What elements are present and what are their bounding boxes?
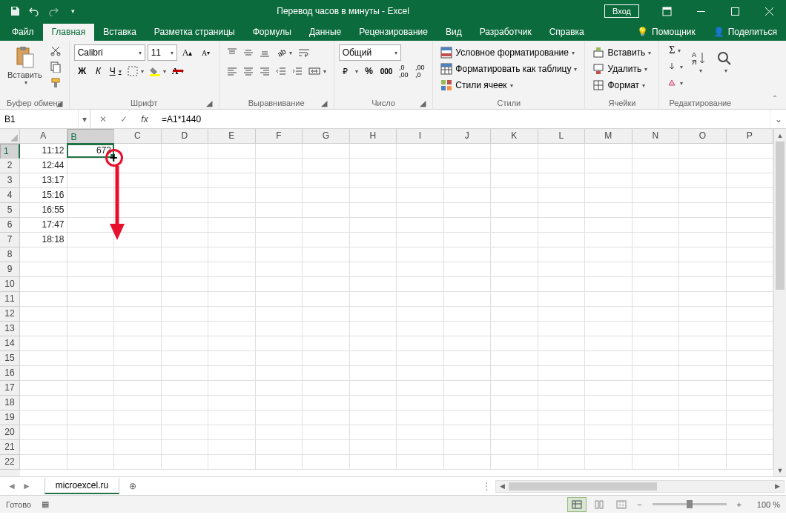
column-header[interactable]: P	[727, 129, 774, 144]
cell[interactable]	[444, 203, 492, 218]
cell[interactable]	[20, 440, 67, 455]
cell[interactable]	[256, 173, 303, 188]
enter-formula-icon[interactable]: ✓	[114, 111, 133, 127]
cell[interactable]	[303, 262, 350, 277]
increase-font-icon[interactable]: A▴	[179, 44, 196, 61]
column-header[interactable]: H	[350, 129, 397, 144]
cell[interactable]	[491, 381, 538, 396]
cell[interactable]	[303, 425, 350, 440]
row-header[interactable]: 22	[0, 455, 20, 470]
column-header[interactable]: E	[208, 129, 256, 144]
cell[interactable]	[633, 425, 680, 440]
cell[interactable]	[444, 336, 492, 351]
cell[interactable]	[727, 440, 774, 455]
cell[interactable]	[256, 396, 303, 410]
cell[interactable]	[256, 440, 303, 455]
cell[interactable]	[162, 144, 209, 159]
cell[interactable]	[67, 381, 115, 396]
cell[interactable]	[256, 218, 303, 233]
row-header[interactable]: 17	[0, 381, 20, 396]
row-header[interactable]: 7	[0, 233, 20, 247]
cell[interactable]	[256, 322, 303, 336]
cell[interactable]	[162, 173, 209, 188]
cell[interactable]	[350, 203, 397, 218]
cell[interactable]	[633, 233, 680, 247]
underline-button[interactable]: Ч▾	[107, 63, 125, 79]
page-layout-view-icon[interactable]	[590, 497, 609, 512]
cell[interactable]	[397, 233, 444, 247]
cell[interactable]	[303, 336, 350, 351]
cell[interactable]	[444, 233, 492, 247]
cell[interactable]	[20, 351, 67, 366]
cell[interactable]	[585, 218, 633, 233]
cell[interactable]	[397, 159, 444, 173]
cell[interactable]	[114, 262, 162, 277]
column-header[interactable]: O	[679, 129, 727, 144]
cell[interactable]	[162, 188, 209, 203]
row-header[interactable]: 4	[0, 188, 20, 203]
bold-button[interactable]: Ж	[74, 63, 90, 79]
cell[interactable]	[538, 455, 586, 470]
borders-button[interactable]: ▾	[125, 63, 147, 79]
cell[interactable]	[538, 173, 586, 188]
cell[interactable]	[491, 366, 538, 381]
cell[interactable]	[585, 410, 633, 425]
cell[interactable]	[727, 366, 774, 381]
column-header[interactable]: N	[633, 129, 680, 144]
cell[interactable]	[679, 396, 727, 410]
cell[interactable]	[397, 292, 444, 307]
cell[interactable]	[679, 233, 727, 247]
cell[interactable]	[633, 247, 680, 262]
row-header[interactable]: 1	[0, 144, 20, 159]
zoom-level[interactable]: 100 %	[747, 500, 780, 509]
format-cells-button[interactable]: Формат▾	[590, 77, 648, 93]
minimize-button[interactable]	[684, 0, 718, 22]
save-icon[interactable]	[6, 2, 24, 20]
comma-format-icon[interactable]: 000	[377, 63, 396, 79]
percent-format-icon[interactable]: %	[361, 63, 377, 79]
cell[interactable]	[491, 203, 538, 218]
cell[interactable]	[491, 188, 538, 203]
cell[interactable]	[303, 440, 350, 455]
row-header[interactable]: 3	[0, 173, 20, 188]
cell[interactable]	[208, 322, 256, 336]
cell[interactable]	[114, 277, 162, 292]
cell[interactable]: 17:47	[20, 218, 67, 233]
sort-filter-button[interactable]: АЯ ▾	[687, 42, 711, 74]
cell[interactable]	[397, 336, 444, 351]
cell[interactable]	[208, 233, 256, 247]
split-handle-icon[interactable]: ⋮	[482, 481, 491, 491]
cell[interactable]	[256, 307, 303, 322]
cell[interactable]	[350, 440, 397, 455]
cell[interactable]	[585, 247, 633, 262]
cell[interactable]	[397, 173, 444, 188]
cell[interactable]	[162, 351, 209, 366]
expand-formula-bar-icon[interactable]: ⌄	[770, 110, 786, 128]
sign-in-button[interactable]: Вход	[604, 4, 639, 18]
row-header[interactable]: 14	[0, 336, 20, 351]
cell[interactable]	[444, 218, 492, 233]
cell[interactable]	[727, 381, 774, 396]
cell[interactable]	[444, 292, 492, 307]
cell[interactable]	[633, 188, 680, 203]
cell[interactable]	[397, 425, 444, 440]
cancel-formula-icon[interactable]: ✕	[93, 111, 113, 127]
redo-icon[interactable]	[44, 2, 62, 20]
tell-me-button[interactable]: 💡Помощник	[628, 24, 704, 41]
cell[interactable]	[679, 336, 727, 351]
cell[interactable]	[727, 322, 774, 336]
tab-insert[interactable]: Вставка	[94, 24, 145, 41]
cell[interactable]	[538, 381, 586, 396]
cell[interactable]	[397, 455, 444, 470]
cell[interactable]	[256, 292, 303, 307]
accounting-format-icon[interactable]: ₽▾	[339, 63, 361, 79]
cell[interactable]	[491, 262, 538, 277]
row-headers[interactable]: 12345678910111213141516171819202122	[0, 144, 20, 476]
cell[interactable]	[208, 381, 256, 396]
cell[interactable]	[350, 159, 397, 173]
cell[interactable]	[585, 307, 633, 322]
cell[interactable]	[727, 218, 774, 233]
cell[interactable]	[67, 410, 115, 425]
cell[interactable]	[679, 440, 727, 455]
cell[interactable]	[350, 173, 397, 188]
